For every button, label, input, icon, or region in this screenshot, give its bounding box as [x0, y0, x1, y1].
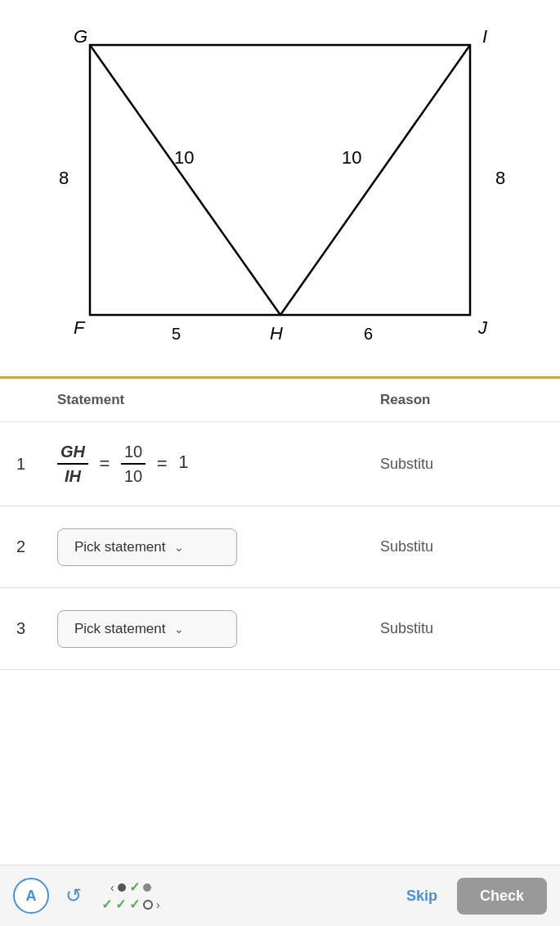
pick-statement-2-label: Pick statement [74, 539, 166, 555]
label-right-8: 8 [495, 168, 505, 188]
fraction-numerator-gh: GH [57, 442, 88, 465]
pick-statement-3[interactable]: Pick statement ⌄ [57, 610, 237, 648]
label-I: I [482, 26, 487, 47]
fraction-numerator-10: 10 [121, 442, 146, 465]
chevron-down-icon-3: ⌄ [174, 623, 184, 636]
hint-check-1: ✓ [129, 879, 140, 895]
left-arrow-icon: ‹ [110, 881, 114, 894]
header-num-col [16, 392, 57, 408]
hint-check-4: ✓ [129, 897, 140, 912]
hints-row-bottom: ✓ ✓ ✓ › [101, 897, 160, 912]
geometry-diagram: G I F H J 8 8 10 10 5 6 [0, 0, 560, 376]
header-reason-col: Reason [380, 392, 544, 408]
label-bottom-5: 5 [172, 325, 181, 343]
svg-line-1 [90, 45, 280, 315]
fraction-gh-ih: GH IH [57, 442, 88, 486]
result-1: 1 [178, 452, 188, 472]
hint-check-3: ✓ [115, 897, 126, 912]
header-statement-col: Statement [57, 392, 380, 408]
hint-dot-2 [143, 883, 151, 892]
proof-header: Statement Reason [0, 379, 560, 422]
row-2-statement: Pick statement ⌄ [57, 528, 380, 566]
row-1-statement: GH IH = 10 10 = 1 [57, 442, 380, 486]
equals-sign-1: = [100, 453, 110, 474]
row-1-num: 1 [16, 455, 57, 474]
diagram-svg: G I F H J 8 8 10 10 5 6 [0, 0, 560, 376]
hint-dot-1 [118, 883, 126, 892]
row-2-reason: Substitu [380, 538, 544, 555]
check-button[interactable]: Check [457, 878, 547, 915]
proof-table: Statement Reason 1 GH IH = 10 10 = 1 Sub… [0, 379, 560, 670]
label-left-10: 10 [174, 147, 194, 168]
label-F: F [74, 317, 86, 338]
label-right-10: 10 [342, 147, 361, 168]
proof-row-3: 3 Pick statement ⌄ Substitu [0, 588, 560, 670]
main-content: G I F H J 8 8 10 10 5 6 Statement Reason… [0, 0, 560, 735]
label-left-8: 8 [59, 168, 69, 188]
svg-line-2 [280, 45, 470, 315]
row-2-num: 2 [16, 537, 57, 556]
proof-row-2: 2 Pick statement ⌄ Substitu [0, 506, 560, 588]
hint-check-2: ✓ [101, 897, 112, 912]
proof-row-1: 1 GH IH = 10 10 = 1 Substitu [0, 422, 560, 506]
chevron-down-icon-2: ⌄ [174, 541, 184, 554]
right-arrow-icon: › [156, 898, 160, 911]
refresh-icon: ↺ [65, 884, 82, 907]
pick-statement-3-label: Pick statement [74, 621, 166, 637]
row-3-num: 3 [16, 619, 57, 638]
hint-circle-o [143, 900, 153, 910]
annotation-button[interactable]: A [13, 878, 49, 914]
hints-area: ‹ ✓ ✓ ✓ ✓ › [101, 879, 160, 912]
skip-button[interactable]: Skip [396, 881, 447, 911]
fraction-denominator-10: 10 [121, 465, 146, 486]
hints-row-top: ‹ ✓ [110, 879, 151, 895]
pick-statement-2[interactable]: Pick statement ⌄ [57, 528, 237, 566]
row-3-statement: Pick statement ⌄ [57, 610, 380, 648]
fraction-denominator-ih: IH [61, 465, 84, 486]
label-J: J [477, 317, 488, 338]
equals-sign-2: = [157, 453, 168, 474]
label-bottom-6: 6 [364, 325, 373, 343]
refresh-button[interactable]: ↺ [59, 881, 88, 910]
annotation-icon: A [26, 888, 37, 905]
fraction-10-10: 10 10 [121, 442, 146, 486]
bottom-toolbar: A ↺ ‹ ✓ ✓ ✓ ✓ › Skip Check [0, 865, 560, 926]
row-1-reason: Substitu [380, 456, 544, 473]
svg-rect-0 [90, 45, 470, 315]
label-G: G [74, 26, 87, 47]
row-3-reason: Substitu [380, 620, 544, 637]
label-H: H [270, 323, 283, 344]
